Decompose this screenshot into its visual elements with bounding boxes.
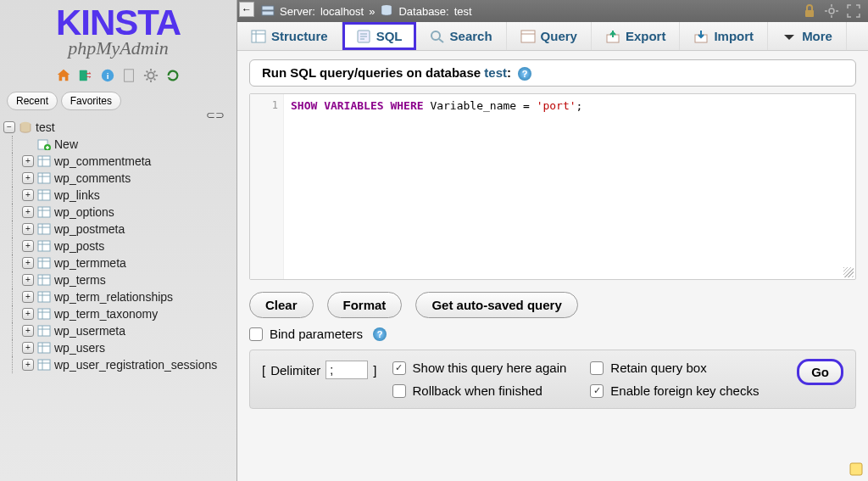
expand-icon[interactable]: +: [22, 291, 34, 303]
expand-icon[interactable]: +: [22, 223, 34, 235]
link-icon[interactable]: ⊂⊃: [206, 109, 225, 121]
table-node[interactable]: +wp_usermeta: [3, 322, 233, 339]
svg-rect-51: [38, 343, 50, 353]
expand-icon[interactable]: +: [22, 359, 34, 371]
collapse-sidebar-button[interactable]: ←: [239, 2, 254, 17]
delimiter-input[interactable]: [326, 361, 368, 379]
server-link[interactable]: localhost: [320, 5, 364, 18]
info-icon[interactable]: i: [100, 68, 115, 83]
format-button[interactable]: Format: [327, 292, 403, 318]
autosaved-button[interactable]: Get auto-saved query: [415, 292, 577, 318]
svg-line-74: [439, 39, 443, 42]
sql-editor[interactable]: 1 SHOW VARIABLES WHERE Variable_name = '…: [249, 93, 856, 280]
status-corner: [849, 462, 863, 476]
breadcrumb-sep: »: [369, 5, 375, 18]
go-button[interactable]: Go: [797, 359, 843, 385]
expand-icon[interactable]: +: [22, 189, 34, 201]
tab-query[interactable]: Query: [507, 22, 592, 50]
new-table-node[interactable]: New: [3, 136, 233, 153]
docs-icon[interactable]: [121, 68, 136, 83]
table-node[interactable]: +wp_user_registration_sessions: [3, 356, 233, 373]
tab-more[interactable]: More: [768, 22, 847, 50]
fullscreen-icon[interactable]: [846, 3, 861, 19]
svg-rect-42: [38, 292, 50, 302]
table-node[interactable]: +wp_comments: [3, 170, 233, 187]
reload-icon[interactable]: [165, 68, 181, 83]
table-node[interactable]: +wp_users: [3, 339, 233, 356]
rollback-checkbox[interactable]: [392, 384, 406, 398]
retain-checkbox[interactable]: [590, 361, 604, 375]
svg-point-73: [431, 31, 440, 40]
svg-rect-36: [38, 258, 50, 268]
home-icon[interactable]: [56, 68, 71, 83]
footer-panel: [ Delimiter ] ✓Show this query here agai…: [249, 350, 856, 409]
tabbar: Structure SQL Search Query Export Import…: [237, 22, 868, 51]
database-icon: [380, 4, 393, 19]
help-icon[interactable]: ?: [373, 327, 387, 341]
svg-rect-58: [262, 11, 274, 15]
table-icon: [37, 240, 51, 252]
bind-checkbox[interactable]: [249, 327, 263, 341]
svg-rect-79: [850, 463, 862, 475]
expand-icon[interactable]: +: [22, 155, 34, 167]
table-node[interactable]: +wp_term_relationships: [3, 288, 233, 305]
exit-icon[interactable]: [78, 68, 93, 83]
svg-line-9: [147, 70, 148, 72]
brand-name: KINSTA: [0, 7, 236, 39]
table-node[interactable]: +wp_termmeta: [3, 254, 233, 271]
expand-icon[interactable]: +: [22, 172, 34, 184]
svg-rect-75: [521, 31, 535, 42]
expand-icon[interactable]: +: [22, 308, 34, 320]
table-node[interactable]: +wp_options: [3, 204, 233, 221]
expand-icon[interactable]: +: [22, 257, 34, 269]
expand-icon[interactable]: +: [22, 240, 34, 252]
expand-icon[interactable]: +: [22, 342, 34, 354]
svg-line-10: [154, 78, 156, 80]
collapse-icon[interactable]: −: [3, 121, 15, 133]
chevron-down-icon: [782, 30, 797, 43]
expand-icon[interactable]: +: [22, 274, 34, 286]
fk-checkbox[interactable]: ✓: [590, 384, 604, 398]
table-node[interactable]: +wp_commentmeta: [3, 153, 233, 170]
svg-rect-0: [80, 70, 87, 81]
table-node[interactable]: +wp_links: [3, 187, 233, 204]
svg-point-61: [829, 8, 834, 14]
table-node[interactable]: +wp_term_taxonomy: [3, 305, 233, 322]
table-icon: [37, 223, 51, 235]
table-icon: [37, 155, 51, 167]
table-icon: [37, 325, 51, 337]
note-icon[interactable]: [849, 462, 863, 476]
tab-structure[interactable]: Structure: [237, 22, 342, 50]
bind-row: Bind parameters ?: [249, 327, 856, 341]
content: Run SQL query/queries on database test: …: [237, 51, 868, 481]
favorites-tab[interactable]: Favorites: [61, 92, 121, 110]
clear-button[interactable]: Clear: [249, 292, 314, 318]
new-icon: [37, 138, 51, 150]
line-gutter: 1: [250, 94, 284, 279]
tab-sql[interactable]: SQL: [342, 22, 416, 50]
delimiter-wrap: [ Delimiter ]: [262, 361, 377, 379]
gear-icon[interactable]: [143, 68, 159, 83]
tab-search[interactable]: Search: [416, 22, 507, 50]
show-again-checkbox[interactable]: ✓: [392, 361, 406, 375]
expand-icon[interactable]: +: [22, 206, 34, 218]
help-icon[interactable]: ?: [518, 67, 531, 81]
tab-export[interactable]: Export: [592, 22, 681, 50]
db-node[interactable]: − test: [3, 119, 233, 136]
db-tree: − test New+wp_commentmeta+wp_comments+wp…: [0, 114, 236, 481]
recent-tab[interactable]: Recent: [7, 92, 58, 110]
db-link[interactable]: test: [454, 5, 472, 18]
lock-icon[interactable]: [802, 3, 817, 19]
sql-code[interactable]: SHOW VARIABLES WHERE Variable_name = 'po…: [284, 94, 855, 279]
table-node[interactable]: +wp_terms: [3, 271, 233, 288]
tab-import[interactable]: Import: [680, 22, 768, 50]
svg-rect-45: [38, 309, 50, 319]
table-node[interactable]: +wp_postmeta: [3, 221, 233, 238]
table-node[interactable]: +wp_posts: [3, 238, 233, 254]
table-icon: [37, 257, 51, 269]
svg-line-11: [147, 78, 148, 80]
export-icon: [605, 30, 620, 43]
svg-rect-48: [38, 326, 50, 336]
gear-icon[interactable]: [824, 3, 839, 19]
expand-icon[interactable]: +: [22, 325, 34, 337]
